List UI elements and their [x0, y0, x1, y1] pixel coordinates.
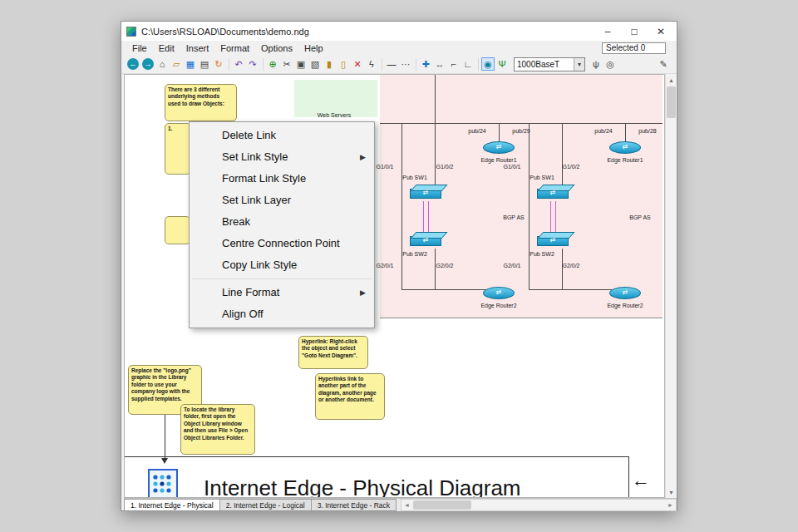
- scroll-up-button[interactable]: ▲: [666, 74, 677, 86]
- interface-label[interactable]: G1/0/2: [562, 164, 579, 170]
- close-button[interactable]: ✕: [648, 23, 673, 39]
- interface-label[interactable]: G1/0/1: [503, 164, 520, 170]
- refresh-icon[interactable]: ↻: [212, 57, 225, 71]
- menu-file[interactable]: File: [126, 42, 153, 54]
- net-label[interactable]: pub/24: [468, 128, 485, 134]
- net-label[interactable]: pub/28: [638, 128, 656, 134]
- menu-format[interactable]: Format: [214, 42, 255, 54]
- undo-icon[interactable]: ↶: [232, 57, 245, 71]
- pub-sw2-left-label[interactable]: Pub SW2: [402, 251, 427, 257]
- vertical-scrollbar[interactable]: ▲ ▼: [665, 74, 677, 498]
- menu-item-format-link-style[interactable]: Format Link Style: [190, 168, 373, 190]
- copy-icon[interactable]: ▣: [294, 57, 308, 71]
- scroll-right-button[interactable]: ►: [667, 502, 673, 508]
- company-logo[interactable]: [148, 469, 178, 498]
- link-type-dropdown[interactable]: 1000BaseT ▾: [514, 57, 585, 71]
- open-folder-icon[interactable]: ▱: [170, 57, 183, 71]
- pub-sw1-left-icon[interactable]: [410, 189, 441, 199]
- edge-router2-right-label[interactable]: Edge Router2: [607, 303, 643, 308]
- edge-router1-left-icon[interactable]: [483, 141, 515, 154]
- switch-trunk-line[interactable]: [428, 201, 429, 236]
- pub-sw1-left-label[interactable]: Pub SW1: [402, 175, 427, 180]
- menu-item-break[interactable]: Break: [190, 211, 373, 233]
- pub-sw2-left-icon[interactable]: [410, 236, 441, 246]
- edge-router1-left-label[interactable]: Edge Router1: [480, 157, 516, 163]
- tab-internet-edge-physical[interactable]: 1. Internet Edge - Physical: [124, 499, 220, 511]
- link-line[interactable]: [529, 289, 612, 290]
- horizontal-scroll-thumb[interactable]: [413, 500, 471, 510]
- globe-icon[interactable]: ⊕: [266, 57, 279, 71]
- link-line[interactable]: [562, 249, 563, 289]
- print-icon[interactable]: ▤: [198, 57, 211, 71]
- left-arrow-shape[interactable]: ←: [632, 471, 650, 490]
- dropdown-caret-icon[interactable]: ▾: [574, 58, 584, 71]
- annotate-icon[interactable]: ✎: [657, 57, 670, 71]
- router-uplink-line[interactable]: [625, 123, 626, 141]
- interface-label[interactable]: G1/0/1: [376, 164, 393, 170]
- lock-icon[interactable]: ▮: [323, 57, 336, 71]
- zoom-icon[interactable]: ◎: [603, 57, 617, 71]
- minimize-button[interactable]: –: [595, 23, 620, 39]
- bgp-as-label[interactable]: BGP AS: [629, 214, 651, 220]
- note-library[interactable]: To locate the library folder, first open…: [180, 404, 255, 455]
- cut-icon[interactable]: ✂: [280, 57, 293, 71]
- polyline-icon[interactable]: ϟ: [365, 57, 378, 71]
- menu-item-set-link-style[interactable]: Set Link Style ▶: [190, 146, 373, 168]
- line-style-icon[interactable]: —: [385, 57, 398, 71]
- menu-item-copy-link-style[interactable]: Copy Link Style: [190, 254, 373, 276]
- internet-bus-line[interactable]: [380, 123, 663, 124]
- pub-sw1-right-icon[interactable]: [537, 189, 569, 199]
- redo-icon[interactable]: ↷: [246, 57, 259, 71]
- switch-trunk-line[interactable]: [555, 201, 556, 236]
- note-hyperlink[interactable]: Hyperlink: Right-click the object and se…: [298, 336, 368, 369]
- interface-label[interactable]: G2/0/2: [436, 263, 453, 268]
- horizontal-scrollbar[interactable]: ◄ ►: [401, 499, 677, 511]
- tab-internet-edge-logical[interactable]: 2. Internet Edge - Logical: [219, 499, 312, 511]
- wireless-icon[interactable]: ψ: [589, 57, 603, 71]
- antenna-icon[interactable]: Ψ: [495, 57, 509, 71]
- uplink-line[interactable]: [435, 75, 436, 123]
- link-line[interactable]: [435, 123, 436, 189]
- note-hyperlink-2[interactable]: Hyperlinks link to another part of the d…: [315, 373, 385, 420]
- crosshair-icon[interactable]: ✚: [419, 57, 432, 71]
- note-fragment[interactable]: [165, 216, 190, 244]
- bgp-as-label[interactable]: BGP AS: [503, 214, 525, 220]
- net-label[interactable]: pub/29: [512, 128, 530, 134]
- scroll-down-button[interactable]: ▼: [666, 486, 677, 498]
- edge-router1-right-icon[interactable]: [609, 141, 641, 154]
- dash-style-icon[interactable]: ⋯: [399, 57, 412, 71]
- edge-router2-left-icon[interactable]: [483, 287, 515, 299]
- link-line[interactable]: [529, 123, 530, 289]
- menu-item-centre-connection-point[interactable]: Centre Connection Point: [190, 233, 373, 254]
- forward-icon[interactable]: →: [142, 58, 154, 70]
- interface-label[interactable]: G2/0/1: [503, 263, 520, 268]
- link-line[interactable]: [401, 289, 486, 290]
- pub-sw2-right-icon[interactable]: [537, 236, 569, 246]
- switch-trunk-line[interactable]: [423, 201, 424, 236]
- interface-label[interactable]: G1/0/2: [436, 164, 453, 170]
- pub-sw1-right-label[interactable]: Pub SW1: [530, 175, 554, 180]
- step-up-icon[interactable]: ⌐: [447, 57, 461, 71]
- unlock-icon[interactable]: ▯: [337, 57, 350, 71]
- save-icon[interactable]: ▦: [184, 57, 197, 71]
- note-draw-methods[interactable]: There are 3 different underlying methods…: [165, 84, 237, 121]
- web-servers-label[interactable]: Web Servers: [318, 112, 351, 118]
- snap-mode-icon[interactable]: ◉: [481, 57, 495, 71]
- delete-icon[interactable]: ✕: [351, 57, 364, 71]
- diagram-title[interactable]: Internet Edge - Physical Diagram: [204, 475, 521, 498]
- interface-label[interactable]: G2/0/1: [376, 263, 393, 268]
- menu-item-set-link-layer[interactable]: Set Link Layer: [190, 190, 373, 211]
- menu-options[interactable]: Options: [255, 42, 298, 54]
- link-line[interactable]: [401, 123, 402, 289]
- home-icon[interactable]: ⌂: [155, 57, 169, 71]
- menu-item-delete-link[interactable]: Delete Link: [190, 125, 373, 146]
- vertical-scroll-thumb[interactable]: [667, 86, 676, 118]
- move-icon[interactable]: ↔: [433, 57, 446, 71]
- back-icon[interactable]: ←: [127, 58, 139, 70]
- edge-router2-left-label[interactable]: Edge Router2: [480, 303, 516, 308]
- note-draw-methods-continued[interactable]: 1.: [165, 123, 191, 175]
- maximize-button[interactable]: □: [622, 23, 647, 39]
- paste-icon[interactable]: ▧: [308, 57, 322, 71]
- link-line[interactable]: [562, 123, 563, 189]
- step-down-icon[interactable]: ∟: [461, 57, 475, 71]
